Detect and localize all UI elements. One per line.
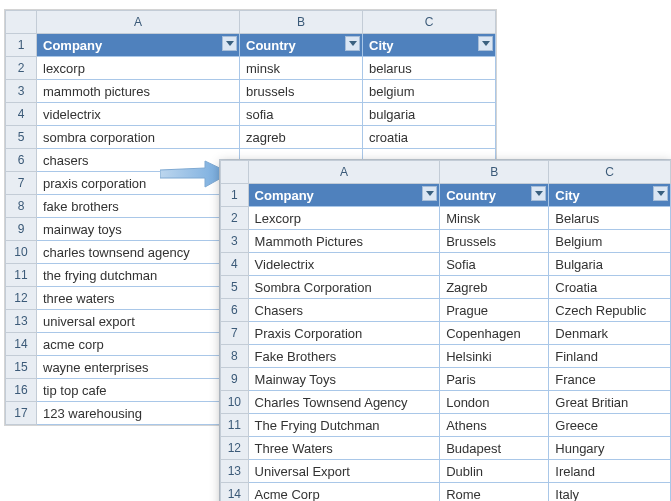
cell[interactable]: mainway toys [37,218,240,241]
cell[interactable]: fake brothers [37,195,240,218]
cell[interactable]: Czech Republic [549,299,671,322]
row-header[interactable]: 4 [221,253,249,276]
cell[interactable]: Rome [440,483,549,502]
cell[interactable]: France [549,368,671,391]
column-header-c[interactable]: C [363,11,496,34]
row-header[interactable]: 3 [221,230,249,253]
cell[interactable]: 123 warehousing [37,402,240,425]
cell[interactable]: Mainway Toys [248,368,440,391]
cell[interactable]: videlectrix [37,103,240,126]
cell[interactable]: the frying dutchman [37,264,240,287]
column-header-b[interactable]: B [440,161,549,184]
cell[interactable]: Finland [549,345,671,368]
cell[interactable]: brussels [240,80,363,103]
cell[interactable]: charles townsend agency [37,241,240,264]
cell[interactable]: belarus [363,57,496,80]
row-header[interactable]: 6 [6,149,37,172]
row-header[interactable]: 5 [221,276,249,299]
cell[interactable]: Zagreb [440,276,549,299]
cell[interactable]: minsk [240,57,363,80]
cell[interactable]: Ireland [549,460,671,483]
cell[interactable]: Sofia [440,253,549,276]
cell[interactable]: Chasers [248,299,440,322]
row-header[interactable]: 11 [221,414,249,437]
cell[interactable]: The Frying Dutchman [248,414,440,437]
cell[interactable]: Acme Corp [248,483,440,502]
row-header[interactable]: 3 [6,80,37,103]
row-header[interactable]: 14 [6,333,37,356]
cell[interactable]: Dublin [440,460,549,483]
select-all-corner[interactable] [221,161,249,184]
cell[interactable]: Copenhagen [440,322,549,345]
row-header[interactable]: 14 [221,483,249,502]
filter-dropdown-icon[interactable] [422,186,437,201]
row-header[interactable]: 9 [6,218,37,241]
row-header[interactable]: 12 [221,437,249,460]
row-header[interactable]: 8 [6,195,37,218]
cell[interactable]: Lexcorp [248,207,440,230]
row-header[interactable]: 11 [6,264,37,287]
row-header[interactable]: 1 [221,184,249,207]
row-header[interactable]: 9 [221,368,249,391]
cell[interactable]: Hungary [549,437,671,460]
cell[interactable]: lexcorp [37,57,240,80]
table-header-city[interactable]: City [363,34,496,57]
cell[interactable]: Brussels [440,230,549,253]
row-header[interactable]: 7 [221,322,249,345]
cell[interactable]: sombra corporation [37,126,240,149]
table-header-country[interactable]: Country [440,184,549,207]
row-header[interactable]: 2 [6,57,37,80]
row-header[interactable]: 8 [221,345,249,368]
row-header[interactable]: 12 [6,287,37,310]
cell[interactable]: Great Britian [549,391,671,414]
cell[interactable]: three waters [37,287,240,310]
cell[interactable]: Universal Export [248,460,440,483]
cell[interactable]: zagreb [240,126,363,149]
filter-dropdown-icon[interactable] [345,36,360,51]
cell[interactable]: croatia [363,126,496,149]
row-header[interactable]: 10 [221,391,249,414]
cell[interactable]: bulgaria [363,103,496,126]
cell[interactable]: Denmark [549,322,671,345]
cell[interactable]: belgium [363,80,496,103]
cell[interactable]: Praxis Corporation [248,322,440,345]
cell[interactable]: Sombra Corporation [248,276,440,299]
cell[interactable]: Three Waters [248,437,440,460]
row-header[interactable]: 10 [6,241,37,264]
cell[interactable]: Belarus [549,207,671,230]
cell[interactable]: Prague [440,299,549,322]
row-header[interactable]: 4 [6,103,37,126]
cell[interactable]: Belgium [549,230,671,253]
cell[interactable]: universal export [37,310,240,333]
cell[interactable]: praxis corporation [37,172,240,195]
cell[interactable]: tip top cafe [37,379,240,402]
cell[interactable]: Helsinki [440,345,549,368]
cell[interactable]: Italy [549,483,671,502]
cell[interactable]: Greece [549,414,671,437]
filter-dropdown-icon[interactable] [653,186,668,201]
cell[interactable]: acme corp [37,333,240,356]
row-header[interactable]: 13 [6,310,37,333]
column-header-c[interactable]: C [549,161,671,184]
filter-dropdown-icon[interactable] [531,186,546,201]
table-header-company[interactable]: Company [248,184,440,207]
filter-dropdown-icon[interactable] [222,36,237,51]
cell[interactable]: Budapest [440,437,549,460]
row-header[interactable]: 17 [6,402,37,425]
row-header[interactable]: 15 [6,356,37,379]
row-header[interactable]: 7 [6,172,37,195]
cell[interactable]: Bulgaria [549,253,671,276]
cell[interactable]: chasers [37,149,240,172]
row-header[interactable]: 6 [221,299,249,322]
row-header[interactable]: 5 [6,126,37,149]
cell[interactable]: wayne enterprises [37,356,240,379]
cell[interactable]: Paris [440,368,549,391]
cell[interactable]: Croatia [549,276,671,299]
cell[interactable]: Minsk [440,207,549,230]
cell[interactable]: Mammoth Pictures [248,230,440,253]
column-header-a[interactable]: A [37,11,240,34]
cell[interactable]: mammoth pictures [37,80,240,103]
cell[interactable]: Athens [440,414,549,437]
table-header-company[interactable]: Company [37,34,240,57]
row-header[interactable]: 1 [6,34,37,57]
